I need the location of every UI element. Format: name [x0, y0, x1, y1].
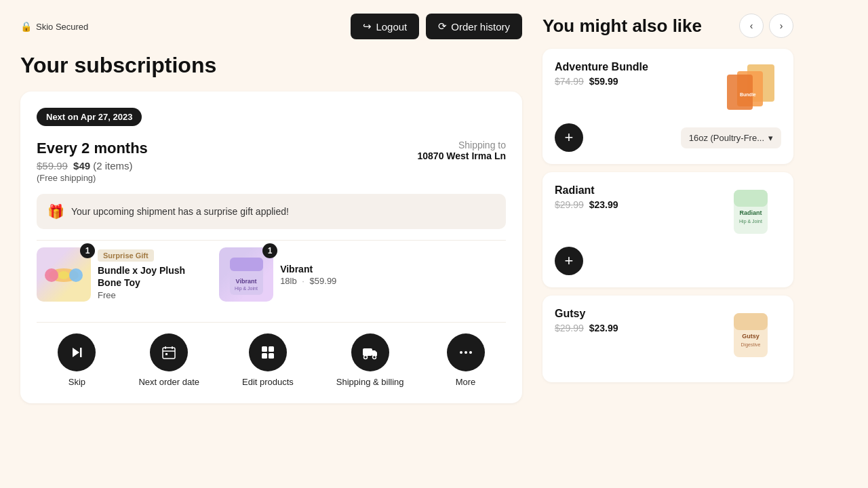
lock-icon: 🔒 — [20, 21, 32, 32]
product-2-price: $59.99 — [310, 276, 337, 286]
skip-icon — [70, 346, 83, 359]
recommendations-header: You might also like ‹ › — [542, 14, 793, 38]
product-2-weight: 18lb — [280, 276, 297, 286]
product-img-wrap-1: 1 — [37, 247, 91, 302]
edit-products-label: Edit products — [242, 377, 294, 387]
action-buttons: Skip Next order date — [37, 322, 506, 387]
shipping-billing-label: Shipping & billing — [336, 377, 404, 387]
adventure-bundle-original-price: $74.99 — [555, 76, 584, 87]
gift-banner: 🎁 Your upcoming shipment has a surprise … — [37, 194, 506, 229]
prev-arrow-button[interactable]: ‹ — [739, 14, 764, 38]
svg-point-24 — [469, 351, 472, 354]
shipping-to-label: Shipping to — [418, 140, 506, 150]
svg-text:Digestive: Digestive — [741, 342, 761, 348]
radiant-sale-price: $23.99 — [589, 199, 618, 210]
adventure-bundle-card: Adventure Bundle $74.99 $59.99 Bundle — [542, 49, 793, 164]
radiant-svg: Radiant Hip & Joint — [724, 186, 778, 237]
vibrant-bag-svg: Vibrant Hip & Joint — [224, 251, 269, 298]
page-title: Your subscriptions — [20, 53, 522, 78]
skip-icon-circle — [58, 333, 96, 371]
skip-button[interactable]: Skip — [58, 333, 96, 387]
calendar-icon — [161, 345, 176, 360]
logout-button[interactable]: ↪ Logout — [351, 14, 419, 39]
svg-point-3 — [58, 271, 69, 279]
product-2-sub-details: 18lb · $59.99 — [280, 276, 336, 286]
radiant-original-price: $29.99 — [555, 199, 584, 210]
products-row: 1 Surprise Gift Bundle x Joy PlushBone T… — [37, 240, 506, 308]
edit-products-icon-circle — [249, 333, 287, 371]
subscription-info: Every 2 months $59.99 $49 (2 items) (Fre… — [37, 140, 506, 183]
svg-text:Radiant: Radiant — [739, 209, 762, 216]
svg-point-2 — [69, 268, 83, 282]
sub-price-current: $49 — [73, 160, 90, 171]
gutsy-prices: $29.99 $23.99 — [555, 323, 618, 333]
logout-icon: ↪ — [363, 20, 372, 33]
svg-text:Vibrant: Vibrant — [235, 278, 256, 285]
svg-point-1 — [45, 268, 58, 282]
svg-point-23 — [465, 351, 467, 354]
adventure-bundle-info: Adventure Bundle $74.99 $59.99 — [555, 61, 648, 87]
more-button[interactable]: More — [447, 333, 485, 387]
svg-text:Gutsy: Gutsy — [742, 333, 760, 340]
next-order-date-button[interactable]: Next order date — [138, 333, 199, 387]
radiant-top: Radiant $29.99 $23.99 Radiant Hip & Join… — [555, 184, 781, 239]
skip-label: Skip — [68, 377, 85, 387]
adventure-bundle-img: Bundle — [720, 61, 781, 115]
svg-rect-14 — [165, 353, 167, 355]
logout-label: Logout — [376, 21, 407, 33]
radiant-bottom: + — [555, 247, 781, 275]
next-date-badge: Next on Apr 27, 2023 — [37, 108, 142, 126]
svg-rect-34 — [734, 313, 768, 330]
secured-label: 🔒 Skio Secured — [20, 21, 88, 32]
left-section: 🔒 Skio Secured ↪ Logout ⟳ Order history … — [20, 14, 522, 474]
gutsy-sale-price: $23.99 — [589, 323, 618, 333]
svg-point-20 — [363, 356, 367, 359]
order-history-button[interactable]: ⟳ Order history — [426, 14, 522, 39]
adventure-bundle-svg: Bundle — [720, 61, 781, 115]
more-dots-icon — [458, 345, 473, 360]
radiant-add-button[interactable]: + — [555, 247, 583, 275]
edit-products-button[interactable]: Edit products — [242, 333, 294, 387]
dog-toy-svg — [42, 256, 86, 293]
more-icon-circle — [447, 333, 485, 371]
svg-text:Hip & Joint: Hip & Joint — [235, 286, 258, 291]
sub-price-original: $59.99 — [37, 160, 68, 171]
svg-point-22 — [460, 351, 462, 354]
gutsy-card: Gutsy $29.99 $23.99 Gutsy Digestive — [542, 296, 793, 382]
adventure-bundle-variant-dropdown[interactable]: 16oz (Poultry-Fre... ▾ — [681, 127, 781, 148]
radiant-img: Radiant Hip & Joint — [720, 184, 781, 239]
sub-price-row: $59.99 $49 (2 items) — [37, 160, 148, 171]
radiant-name: Radiant — [555, 184, 618, 197]
shipping-billing-icon-circle — [351, 333, 389, 371]
secured-text: Skio Secured — [36, 22, 88, 32]
gutsy-img: Gutsy Digestive — [720, 308, 781, 362]
svg-rect-17 — [262, 353, 267, 359]
radiant-card: Radiant $29.99 $23.99 Radiant Hip & Join… — [542, 172, 793, 287]
product-1-price: Free — [98, 290, 185, 300]
svg-point-21 — [372, 356, 376, 359]
svg-marker-8 — [73, 348, 79, 357]
gutsy-info: Gutsy $29.99 $23.99 — [555, 308, 618, 333]
product-item-1: 1 Surprise Gift Bundle x Joy PlushBone T… — [37, 247, 185, 302]
product-1-name: Bundle x Joy PlushBone Toy — [98, 264, 185, 289]
order-history-label: Order history — [451, 21, 510, 33]
adventure-bundle-top: Adventure Bundle $74.99 $59.99 Bundle — [555, 61, 781, 115]
product-img-wrap-2: Vibrant Hip & Joint 1 — [219, 247, 273, 302]
sub-right: Shipping to 10870 West Irma Ln — [418, 140, 506, 161]
gutsy-svg: Gutsy Digestive — [724, 310, 778, 361]
svg-rect-9 — [80, 348, 82, 357]
svg-rect-19 — [363, 348, 372, 356]
product-2-details: Vibrant 18lb · $59.99 — [280, 263, 336, 285]
adventure-bundle-sale-price: $59.99 — [589, 76, 618, 87]
next-arrow-button[interactable]: › — [769, 14, 793, 38]
shipping-billing-button[interactable]: Shipping & billing — [336, 333, 404, 387]
gutsy-original-price: $29.99 — [555, 323, 584, 333]
adventure-bundle-add-button[interactable]: + — [555, 123, 583, 152]
product-2-quantity-badge: 1 — [262, 243, 277, 258]
radiant-prices: $29.99 $23.99 — [555, 199, 618, 210]
header-buttons: ↪ Logout ⟳ Order history — [351, 14, 522, 39]
next-order-date-label: Next order date — [138, 377, 199, 387]
adventure-bundle-prices: $74.99 $59.99 — [555, 76, 648, 87]
top-bar: 🔒 Skio Secured ↪ Logout ⟳ Order history — [20, 14, 522, 39]
more-label: More — [456, 377, 476, 387]
